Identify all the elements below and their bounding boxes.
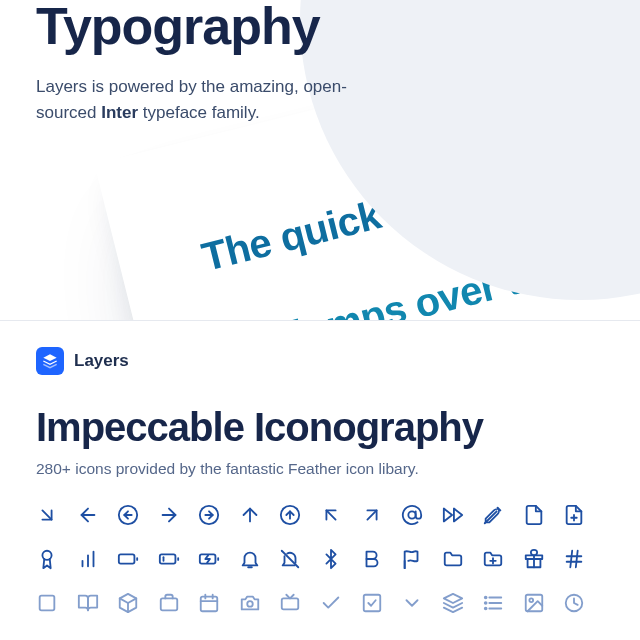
file-icon	[523, 504, 545, 526]
icon-grid	[36, 504, 604, 614]
svg-rect-45	[201, 597, 218, 612]
box-icon	[117, 592, 139, 614]
svg-marker-52	[444, 594, 462, 603]
flag-icon	[401, 548, 423, 570]
file-plus-icon	[563, 504, 585, 526]
arrow-right-circle-icon	[198, 504, 220, 526]
check-icon	[320, 592, 342, 614]
battery-charging-icon	[198, 548, 220, 570]
arrow-right-icon	[158, 504, 180, 526]
clock-icon	[563, 592, 585, 614]
svg-marker-0	[43, 354, 56, 361]
chevron-down-icon	[401, 592, 423, 614]
battery-icon	[117, 548, 139, 570]
svg-rect-42	[40, 596, 55, 611]
at-sign-icon	[401, 504, 423, 526]
list-icon	[482, 592, 504, 614]
check-square-icon	[361, 592, 383, 614]
arrow-up-icon	[239, 504, 261, 526]
svg-rect-44	[160, 598, 177, 610]
gift-icon	[523, 548, 545, 570]
svg-line-12	[367, 510, 376, 519]
folder-icon	[442, 548, 464, 570]
typography-section: Typography Layers is powered by the amaz…	[0, 0, 640, 320]
iconography-section: Layers Impeccable Iconography 280+ icons…	[0, 320, 640, 640]
arrow-left-icon	[77, 504, 99, 526]
folder-add-icon	[482, 548, 504, 570]
svg-rect-51	[363, 595, 380, 612]
camera-icon	[239, 592, 261, 614]
svg-line-11	[326, 510, 335, 519]
svg-point-57	[485, 602, 487, 604]
svg-rect-25	[160, 554, 176, 563]
svg-rect-23	[119, 554, 135, 563]
award-icon	[36, 548, 58, 570]
specimen-line: The quick brown	[197, 161, 509, 279]
bar-chart-icon	[77, 548, 99, 570]
bell-icon	[239, 548, 261, 570]
brand-name: Layers	[74, 351, 129, 371]
arrow-down-right-icon	[36, 504, 58, 526]
svg-line-41	[576, 551, 578, 568]
svg-point-58	[485, 608, 487, 610]
briefcase-icon	[158, 592, 180, 614]
battery-low-icon	[158, 548, 180, 570]
iconography-heading: Impeccable Iconography	[36, 405, 604, 450]
square-icon	[36, 592, 58, 614]
typography-subtitle: Layers is powered by the amazing, open-s…	[36, 74, 396, 127]
book-open-icon	[77, 592, 99, 614]
arrow-up-left-icon	[320, 504, 342, 526]
arrow-left-circle-icon	[117, 504, 139, 526]
svg-line-1	[42, 510, 51, 519]
bell-off-icon	[279, 548, 301, 570]
brand: Layers	[36, 347, 604, 375]
iconography-subtitle: 280+ icons provided by the fantastic Fea…	[36, 460, 604, 478]
hash-icon	[563, 548, 585, 570]
layers-icon	[442, 592, 464, 614]
svg-rect-50	[282, 598, 299, 609]
svg-point-60	[529, 598, 533, 602]
arrow-up-circle-icon	[279, 504, 301, 526]
svg-line-40	[571, 551, 573, 568]
calendar-icon	[198, 592, 220, 614]
bold-icon	[361, 548, 383, 570]
layers-logo-icon	[36, 347, 64, 375]
svg-marker-15	[444, 509, 452, 522]
bluetooth-icon	[320, 548, 342, 570]
tv-icon	[279, 592, 301, 614]
svg-point-56	[485, 597, 487, 599]
svg-point-49	[247, 601, 253, 607]
svg-marker-14	[454, 509, 462, 522]
fast-forward-icon	[442, 504, 464, 526]
feather-icon	[482, 504, 504, 526]
arrow-up-right-icon	[361, 504, 383, 526]
image-icon	[523, 592, 545, 614]
typography-heading: Typography	[36, 0, 604, 56]
svg-point-13	[408, 511, 415, 518]
